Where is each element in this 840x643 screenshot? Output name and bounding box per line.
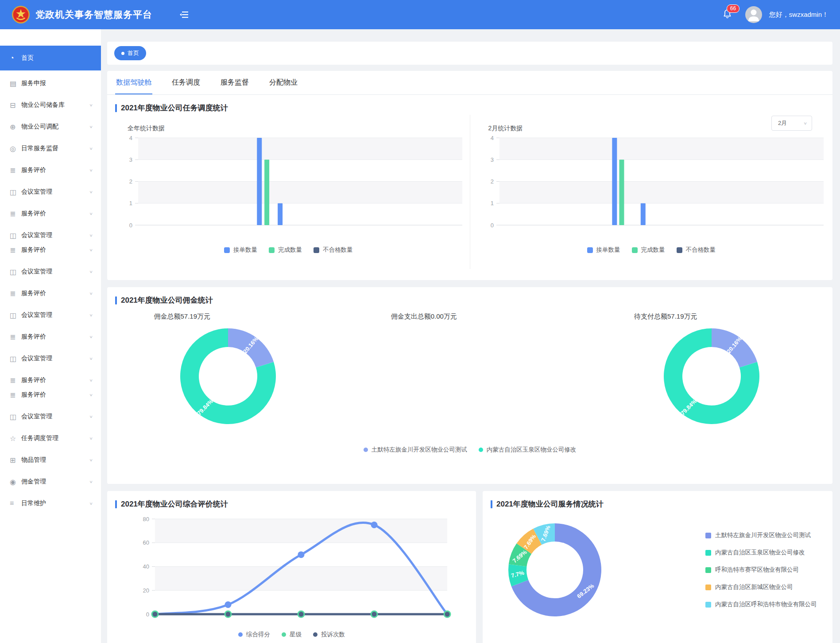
chevron-down-icon: ∨ (89, 190, 93, 194)
sliders-icon: ≣ (10, 376, 21, 385)
sidebar-item-9[interactable]: ≣服务评价∨ (0, 241, 101, 259)
sidebar-item-1[interactable]: ▤服务申报 (0, 74, 101, 93)
menu-collapse-icon[interactable] (180, 11, 189, 18)
breadcrumb-home-button[interactable]: 首页 (114, 46, 146, 60)
evaluation-line-chart: 806040200 (116, 514, 476, 627)
legend-item-3[interactable]: 内蒙古自治区新城区物业公司 (705, 583, 817, 591)
annual-bar-chart: 43210 (112, 133, 470, 234)
evaluation-section-header: 2021年度物业公司综合评价统计 (107, 491, 476, 509)
legend-item-1[interactable]: 内蒙古自治区玉泉区物业公司修改 (479, 446, 577, 454)
service-section-header: 2021年度物业公司服务情况统计 (483, 491, 832, 509)
legend-sq-icon (705, 533, 711, 538)
legend-sq-icon (705, 550, 711, 556)
archive-icon: ⊟ (10, 101, 21, 109)
legend-item-2[interactable]: 投诉次数 (313, 631, 345, 639)
svg-text:0: 0 (146, 611, 149, 618)
tab-bar: 数据驾驶舱任务调度服务监督分配物业 (107, 71, 832, 95)
legend-item-1[interactable]: 星级 (282, 631, 302, 639)
user-greeting: 您好，swzxadmin！ (769, 11, 828, 19)
sidebar-item-21[interactable]: ≡日常维护∨ (0, 494, 101, 513)
sidebar: ◔首页▤服务申报⊟物业公司储备库∨⊕物业公司调配∨◎日常服务监督∨≣服务评价∨◫… (0, 29, 101, 643)
legend-label: 投诉次数 (321, 631, 345, 639)
sidebar-item-6[interactable]: ◫会议室管理∨ (0, 183, 101, 201)
app-title: 党政机关事务智慧服务平台 (35, 8, 152, 21)
commission-section-title: 2021年度物业公司佣金统计 (121, 295, 213, 305)
legend-item-2[interactable]: 不合格数量 (314, 246, 353, 254)
legend-item-4[interactable]: 内蒙古自治区呼和浩特市物业有限公司 (705, 600, 817, 608)
sidebar-item-5[interactable]: ≣服务评价∨ (0, 161, 101, 179)
svg-text:3: 3 (129, 156, 132, 163)
legend-item-1[interactable]: 完成数量 (269, 246, 302, 254)
legend-label: 土默特左旗金川开发区物业公司测试 (715, 531, 811, 539)
tab-0[interactable]: 数据驾驶舱 (115, 71, 152, 94)
sliders-icon: ≣ (10, 391, 21, 399)
sidebar-item-10[interactable]: ◫会议室管理∨ (0, 262, 101, 281)
chevron-down-icon: ∨ (89, 269, 93, 274)
sidebar-item-12[interactable]: ◫会议室管理∨ (0, 306, 101, 324)
sidebar-item-4[interactable]: ◎日常服务监督∨ (0, 139, 101, 158)
sidebar-item-label: 服务评价 (21, 246, 89, 254)
legend-item-0[interactable]: 接单数量 (224, 246, 257, 254)
sidebar-item-label: 会议室管理 (21, 311, 89, 319)
monitor-icon: ◎ (10, 144, 21, 153)
chevron-down-icon: ∨ (89, 436, 93, 440)
sidebar-item-3[interactable]: ⊕物业公司调配∨ (0, 117, 101, 136)
chevron-down-icon: ∨ (89, 168, 93, 172)
task-section-title: 2021年度物业公司任务调度统计 (121, 103, 228, 113)
sidebar-item-16[interactable]: ≣服务评价∨ (0, 386, 101, 404)
goods-icon: ⊞ (10, 456, 21, 464)
sidebar-item-11[interactable]: ≣服务评价∨ (0, 284, 101, 303)
sidebar-item-2[interactable]: ⊟物业公司储备库∨ (0, 96, 101, 114)
svg-text:1: 1 (129, 200, 132, 207)
legend-item-2[interactable]: 呼和浩特市赛罕区物业有限公司 (705, 566, 817, 574)
legend-dot-icon (313, 632, 317, 637)
app-header: 党政机关事务智慧服务平台 66 您好，swzxadmin！ (0, 0, 840, 29)
chevron-down-icon: ∨ (89, 393, 93, 397)
notification-badge: 66 (727, 4, 739, 13)
annual-chart-legend: 接单数量完成数量不合格数量 (107, 246, 470, 254)
legend-sq-icon (224, 247, 230, 253)
chevron-down-icon: ∨ (89, 458, 93, 462)
legend-label: 接单数量 (233, 246, 257, 254)
commission-donuts-row: 佣金总额57.19万元20.16%79.84%佣金支出总额0.00万元待支付总额… (107, 312, 832, 428)
legend-label: 呼和浩特市赛罕区物业有限公司 (715, 566, 799, 574)
breadcrumb: 首页 (107, 42, 832, 65)
sidebar-item-13[interactable]: ≣服务评价∨ (0, 327, 101, 346)
dashboard-icon: ◔ (10, 54, 21, 62)
sidebar-item-14[interactable]: ◫会议室管理∨ (0, 349, 101, 368)
legend-item-0[interactable]: 土默特左旗金川开发区物业公司测试 (705, 531, 817, 539)
tab-3[interactable]: 分配物业 (268, 71, 298, 94)
notification-bell[interactable]: 66 (722, 8, 733, 21)
tab-2[interactable]: 服务监督 (220, 71, 250, 94)
sidebar-item-18[interactable]: ☆任务调度管理∨ (0, 429, 101, 448)
sidebar-item-7[interactable]: ≣服务评价∨ (0, 204, 101, 223)
legend-label: 内蒙古自治区新城区物业公司 (715, 583, 793, 591)
month-select[interactable]: 2月 ∨ (771, 116, 812, 131)
legend-item-1[interactable]: 内蒙古自治区玉泉区物业公司修改 (705, 549, 817, 557)
sidebar-item-0[interactable]: ◔首页 (0, 46, 101, 70)
sidebar-item-19[interactable]: ⊞物品管理∨ (0, 451, 101, 469)
section-accent-bar (115, 296, 117, 304)
sliders-icon: ≣ (10, 333, 21, 341)
chevron-down-icon: ∨ (89, 335, 93, 339)
avatar[interactable] (745, 6, 762, 23)
legend-item-2[interactable]: 不合格数量 (677, 246, 716, 254)
sliders-icon: ≣ (10, 289, 21, 298)
meeting-room-icon: ◫ (10, 311, 21, 320)
commission-column-title: 佣金支出总额0.00万元 (349, 312, 499, 321)
sidebar-item-20[interactable]: ◉佣金管理∨ (0, 472, 101, 491)
sidebar-item-17[interactable]: ◫会议室管理∨ (0, 407, 101, 426)
legend-sq-icon (269, 247, 275, 253)
commission-legend: 土默特左旗金川开发区物业公司测试内蒙古自治区玉泉区物业公司修改 (107, 446, 832, 454)
legend-item-0[interactable]: 接单数量 (587, 246, 620, 254)
tab-1[interactable]: 任务调度 (171, 71, 201, 94)
sidebar-item-label: 服务评价 (21, 376, 89, 384)
sidebar-item-label: 佣金管理 (21, 478, 89, 486)
legend-item-1[interactable]: 完成数量 (632, 246, 665, 254)
legend-label: 内蒙古自治区呼和浩特市物业有限公司 (715, 600, 817, 608)
legend-item-0[interactable]: 综合得分 (238, 631, 270, 639)
sidebar-item-label: 会议室管理 (21, 268, 89, 276)
section-accent-bar (491, 500, 492, 508)
legend-item-0[interactable]: 土默特左旗金川开发区物业公司测试 (364, 446, 467, 454)
maintenance-icon: ≡ (10, 499, 21, 507)
